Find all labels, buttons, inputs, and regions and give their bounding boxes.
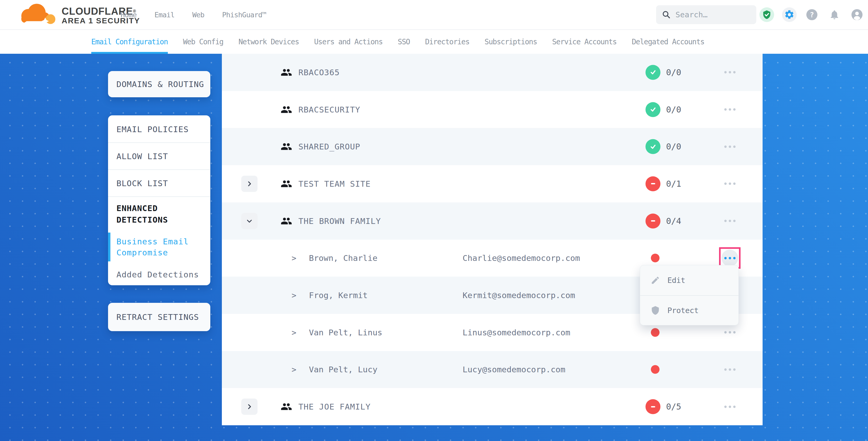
shield-check-icon[interactable] (760, 7, 774, 22)
group-icon (281, 104, 292, 115)
tab-subscriptions[interactable]: Subscriptions (485, 30, 537, 54)
search-input[interactable] (675, 10, 748, 20)
gear-icon (784, 9, 795, 20)
protection-count: 0/1 (666, 179, 681, 189)
group-name: RBACSECURITY (299, 105, 360, 114)
bell-icon (829, 9, 840, 20)
bell-icon[interactable] (827, 7, 842, 22)
tab-network-devices[interactable]: Network Devices (238, 30, 299, 54)
menu-item-label: Edit (668, 276, 685, 285)
tab-email-configuration[interactable]: Email Configuration (91, 30, 168, 54)
member-name: Van Pelt, Linus (309, 328, 382, 337)
member-caret: > (291, 365, 296, 374)
row-actions-button[interactable] (721, 64, 738, 81)
status-ok-icon (646, 102, 660, 117)
tab-sso[interactable]: SSO (398, 30, 410, 54)
tab-service-accounts[interactable]: Service Accounts (552, 30, 617, 54)
ellipsis-dot (724, 257, 727, 259)
status-blocked-icon (646, 399, 660, 414)
header-nav-email[interactable]: Email (154, 11, 175, 19)
gear-icon[interactable] (782, 7, 797, 22)
row-actions-button[interactable] (721, 101, 738, 118)
row-actions-button[interactable] (721, 213, 738, 229)
ellipsis-dot (733, 220, 736, 222)
chevron-right-icon (245, 180, 253, 188)
table-row-group: RBACO3650/0 (222, 54, 763, 91)
group-icon (281, 104, 292, 115)
group-icon (281, 401, 292, 412)
sidebar-item-label: EMAIL POLICIES (117, 125, 189, 134)
status-flagged-dot (651, 254, 659, 262)
row-actions-button[interactable] (721, 176, 738, 192)
sidebar-card-domains-routing: DOMAINS & ROUTING (108, 71, 210, 97)
row-actions-button[interactable] (721, 250, 738, 266)
chevron-right-icon (245, 403, 253, 411)
directory-table: RBACO3650/0RBACSECURITY0/0SHARED_GROUP0/… (222, 54, 763, 425)
sidebar-card-retract-settings: RETRACT SETTINGS (108, 303, 210, 331)
sidebar-item-added-detections[interactable]: Added Detections (108, 263, 210, 286)
status-flagged-dot (651, 328, 659, 337)
tab-web-config[interactable]: Web Config (183, 30, 223, 54)
member-name: Brown, Charlie (309, 253, 377, 263)
top-header: CLOUDFLARE® AREA 1 SECURITY HomeEmailWeb… (0, 0, 868, 29)
header-nav-home[interactable]: Home (121, 11, 136, 19)
group-icon (281, 67, 292, 78)
sidebar-item-domains-routing[interactable]: DOMAINS & ROUTING (108, 71, 210, 97)
table-row-group: SHARED_GROUP0/0 (222, 128, 763, 165)
protection-count: 0/4 (666, 216, 681, 226)
shield-check-icon (762, 10, 772, 20)
sidebar-item-allow-list[interactable]: ALLOW LIST (108, 143, 210, 170)
ellipsis-dot (729, 406, 731, 408)
ellipsis-dot (733, 331, 736, 334)
check-icon (649, 68, 657, 77)
header-icon-cluster: ? (760, 0, 864, 29)
expand-group-button[interactable] (241, 176, 257, 192)
status-blocked-icon (646, 213, 660, 228)
pencil-icon (651, 276, 660, 285)
member-name: Van Pelt, Lucy (309, 365, 377, 374)
menu-item-edit[interactable]: Edit (640, 265, 739, 295)
row-actions-button[interactable] (721, 324, 738, 341)
ellipsis-dot (724, 108, 727, 111)
tab-users-and-actions[interactable]: Users and Actions (314, 30, 382, 54)
header-nav-phishguard-[interactable]: PhishGuard™ (222, 11, 266, 19)
sidebar-item-business-email-compromise[interactable]: Business Email Compromise (108, 231, 210, 263)
help-icon[interactable]: ? (805, 7, 819, 22)
ellipsis-dot (733, 71, 736, 73)
ellipsis-dot (724, 183, 727, 185)
protection-count: 0/0 (666, 105, 681, 115)
check-icon (649, 105, 657, 114)
row-context-menu: EditProtect (640, 265, 739, 325)
ellipsis-dot (724, 220, 727, 222)
avatar-icon[interactable] (850, 7, 864, 22)
check-icon (649, 142, 657, 151)
sidebar-item-email-policies[interactable]: EMAIL POLICIES (108, 116, 210, 143)
group-icon (281, 178, 292, 190)
sidebar-item-retract-settings[interactable]: RETRACT SETTINGS (108, 303, 210, 331)
ellipsis-dot (733, 146, 736, 148)
sidebar-item-enhanced-detections: ENHANCED DETECTIONS (108, 197, 210, 231)
sidebar-item-block-list[interactable]: BLOCK LIST (108, 170, 210, 197)
ellipsis-dot (729, 108, 731, 111)
row-actions-button[interactable] (721, 138, 738, 155)
status-ok-icon (646, 139, 660, 154)
ellipsis-dot (729, 331, 731, 334)
member-name: Frog, Kermit (309, 290, 368, 300)
help-icon: ? (806, 9, 818, 21)
shield-icon (651, 306, 660, 315)
ellipsis-dot (733, 406, 736, 408)
header-nav-web[interactable]: Web (192, 11, 204, 19)
row-actions-button[interactable] (721, 398, 738, 415)
avatar-icon (851, 9, 863, 21)
sidebar-card-email-policies: EMAIL POLICIESALLOW LISTBLOCK LISTENHANC… (108, 115, 210, 285)
table-row-group: TEST TEAM SITE0/1 (222, 165, 763, 202)
expand-group-button[interactable] (241, 399, 257, 415)
tab-directories[interactable]: Directories (425, 30, 469, 54)
row-actions-button[interactable] (721, 361, 738, 378)
cloudflare-cloud-icon (14, 2, 59, 27)
menu-item-protect[interactable]: Protect (640, 295, 739, 325)
tab-delegated-accounts[interactable]: Delegated Accounts (632, 30, 704, 54)
sidebar-item-label: Business Email Compromise (117, 236, 195, 258)
collapse-group-button[interactable] (241, 213, 257, 229)
status-ok-icon (646, 65, 660, 80)
